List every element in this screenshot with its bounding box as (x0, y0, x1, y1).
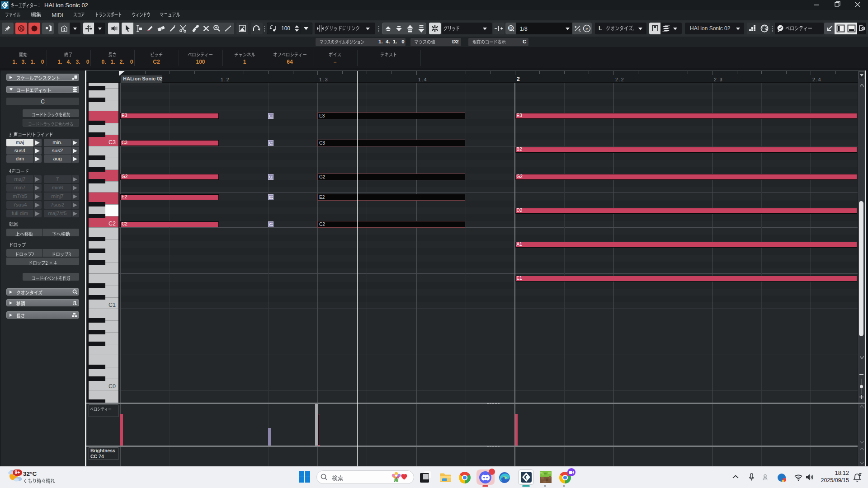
svg-text:S: S (19, 26, 23, 31)
svg-text:Q: Q (509, 26, 513, 30)
svg-text:e: e (586, 26, 588, 31)
